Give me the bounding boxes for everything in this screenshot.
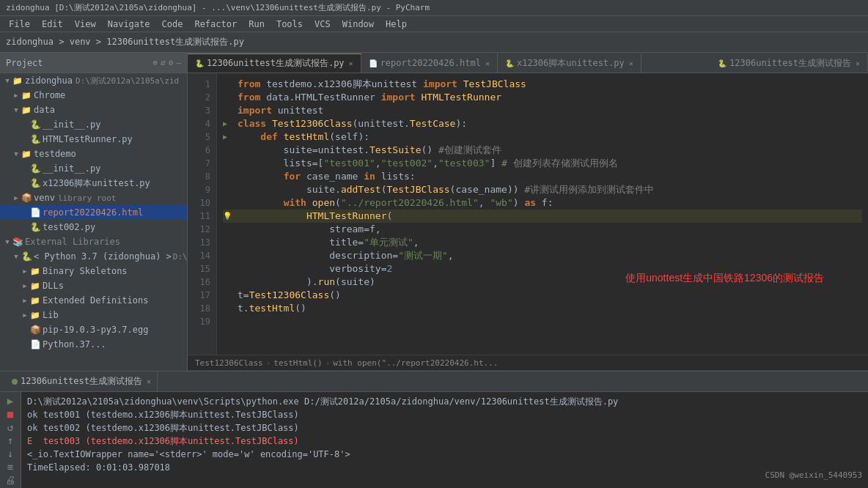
- tree-item-binary[interactable]: ▶ 📁 Binary Skeletons: [0, 264, 187, 278]
- breadcrumb-bar: Test12306Class › testHtml() › with open(…: [188, 355, 868, 371]
- label-extdefs: Extended Definitions: [43, 295, 149, 306]
- run-tab-label: 12306unittest生成测试报告: [21, 375, 142, 388]
- tree-item-data[interactable]: ▼ 📁 data: [0, 103, 187, 117]
- arrow-venv: ▶: [12, 194, 21, 202]
- breadcrumb-sep-1: ›: [266, 358, 271, 368]
- tree-item-python37[interactable]: ▼ 🐍 < Python 3.7 (zidonghua) > D:\: [0, 249, 187, 264]
- run-output-line-1: D:\测试2012a\2105a\zidonghua\venv\Scripts\…: [27, 395, 862, 408]
- label-external: External Libraries: [25, 237, 120, 247]
- tab-report-close[interactable]: ✕: [485, 59, 490, 67]
- arrow-testdemo: ▼: [12, 150, 21, 158]
- run-rerun-btn[interactable]: ↺: [3, 421, 18, 433]
- run-arrow-up-btn[interactable]: ↑: [3, 435, 18, 446]
- tree-item-extdefs[interactable]: ▶ 📁 Extended Definitions: [0, 293, 187, 308]
- tab-right-label: 12306unittest生成测试报告: [729, 57, 851, 70]
- menu-item-view[interactable]: View: [69, 18, 102, 31]
- tab-main-label: 12306unittest生成测试报告.py: [207, 57, 345, 70]
- arrow-chrome: ▶: [12, 92, 21, 99]
- code-content[interactable]: from testdemo.x12306脚本unittest import Te…: [217, 73, 868, 355]
- menu-item-help[interactable]: Help: [380, 18, 413, 31]
- project-tree: ▼ 📁 zidonghua D:\测试2012a\2105a\zid ▶ 📁 C…: [0, 73, 187, 371]
- run-output: D:\测试2012a\2105a\zidonghua\venv\Scripts\…: [21, 392, 868, 488]
- tree-item-dlls[interactable]: ▶ 📁 DLLs: [0, 278, 187, 293]
- run-print-btn[interactable]: 🖨: [3, 474, 18, 486]
- menu-item-refactor[interactable]: Refactor: [188, 18, 243, 31]
- tab-report-label: report20220426.html: [380, 58, 481, 68]
- folder-icon-zidonghua: 📁: [12, 76, 23, 86]
- arrow-zidonghua: ▼: [3, 77, 12, 84]
- tab-x12306-close[interactable]: ✕: [629, 59, 633, 67]
- menu-item-edit[interactable]: Edit: [36, 18, 69, 31]
- label-init-testdemo: __init__.py: [43, 163, 100, 174]
- editor-area: 🐍 12306unittest生成测试报告.py ✕ 📄 report20220…: [188, 53, 868, 371]
- arrow-data: ▼: [12, 106, 21, 114]
- arrow-dlls: ▶: [21, 282, 29, 289]
- settings-icon[interactable]: ⚙: [169, 58, 174, 67]
- menu-item-file[interactable]: File: [3, 18, 36, 31]
- tree-item-report[interactable]: 📄 report20220426.html: [0, 205, 187, 220]
- py-icon-htmltestrunner: 🐍: [29, 134, 41, 144]
- project-breadcrumb: zidonghua > venv > 12306unittest生成测试报告.p…: [6, 36, 244, 48]
- py-tab-icon-x12306: 🐍: [505, 59, 514, 67]
- titlebar: zidonghua > venv > 12306unittest生成测试报告.p…: [0, 32, 868, 53]
- menu-item-vcs[interactable]: VCS: [309, 18, 336, 31]
- py-icon-init-data: 🐍: [29, 119, 41, 130]
- label-testdemo: testdemo: [34, 149, 76, 159]
- folder-icon-data: 📁: [21, 106, 32, 115]
- close-panel-icon[interactable]: —: [176, 58, 181, 67]
- label-zidonghua: zidonghua: [25, 75, 73, 86]
- run-tab-close[interactable]: ✕: [147, 377, 151, 385]
- tree-item-venv[interactable]: ▶ 📦 venv library root: [0, 191, 187, 205]
- menu-item-run[interactable]: Run: [243, 18, 271, 31]
- content-area: Project ⊕ ⇄ ⚙ — ▼ 📁 zidonghua D:\测试2012a…: [0, 53, 868, 371]
- menu-item-code[interactable]: Code: [156, 18, 189, 31]
- arrow-lib: ▶: [21, 311, 29, 319]
- tree-item-test002[interactable]: 🐍 test002.py: [0, 220, 187, 234]
- html-tab-icon: 📄: [369, 59, 378, 67]
- tree-item-testdemo[interactable]: ▼ 📁 testdemo: [0, 147, 187, 161]
- label-data: data: [34, 105, 55, 115]
- py37-icon: 📄: [29, 339, 41, 350]
- run-play-btn[interactable]: ▶: [3, 395, 18, 407]
- label-pip: pip-19.0.3-py3.7.egg: [43, 325, 149, 335]
- tab-x12306[interactable]: 🐍 x12306脚本unittest.py ✕: [498, 53, 641, 73]
- tree-item-init-testdemo[interactable]: 🐍 __init__.py: [0, 161, 187, 176]
- run-arrow-down-btn[interactable]: ↓: [3, 448, 18, 459]
- menu-item-navigate[interactable]: Navigate: [102, 18, 156, 31]
- sync-icon[interactable]: ⇄: [161, 58, 166, 67]
- tree-item-pip[interactable]: 📦 pip-19.0.3-py3.7.egg: [0, 322, 187, 337]
- menu-item-window[interactable]: Window: [336, 18, 380, 31]
- code-line-5: ▶ def testHtml(self):: [223, 130, 862, 144]
- run-controls: ▶ ■ ↺ ↑ ↓ ≡ 🖨 ⋮: [0, 392, 21, 488]
- tree-item-x12306[interactable]: 🐍 x12306脚本unittest.py: [0, 176, 187, 191]
- label-report: report20220426.html: [43, 207, 143, 218]
- tree-item-chrome[interactable]: ▶ 📁 Chrome: [0, 88, 187, 103]
- tab-main-file[interactable]: 🐍 12306unittest生成测试报告.py ✕: [188, 53, 361, 73]
- label-venv-suffix: library root: [58, 193, 116, 203]
- menu-item-tools[interactable]: Tools: [271, 18, 309, 31]
- label-lib: Lib: [43, 310, 59, 320]
- tab-right-close[interactable]: ✕: [856, 59, 860, 67]
- tab-rightpanel[interactable]: 🐍 12306unittest生成测试报告 ✕: [710, 53, 868, 73]
- run-sort-btn[interactable]: ≡: [3, 461, 18, 473]
- code-line-3: import unittest: [223, 104, 862, 117]
- tree-item-lib[interactable]: ▶ 📁 Lib: [0, 308, 187, 322]
- tree-item-htmltestrunner[interactable]: 🐍 HTMLTestRunner.py: [0, 132, 187, 147]
- egg-icon: 📦: [29, 325, 41, 335]
- tree-item-init-data[interactable]: 🐍 __init__.py: [0, 117, 187, 132]
- menubar: FileEditViewNavigateCodeRefactorRunTools…: [0, 16, 868, 32]
- breadcrumb-part-1: Test12306Class: [195, 358, 263, 368]
- label-python37: < Python 3.7 (zidonghua) >: [34, 251, 172, 262]
- run-tab-main[interactable]: 12306unittest生成测试报告 ✕: [6, 372, 158, 391]
- label-x12306: x12306脚本unittest.py: [43, 177, 150, 190]
- run-panel: 12306unittest生成测试报告 ✕ ▶ ■ ↺ ↑ ↓ ≡ 🖨 ⋮ D:…: [0, 371, 868, 488]
- add-icon[interactable]: ⊕: [153, 58, 158, 67]
- tree-item-py37file[interactable]: 📄 Python.37...: [0, 337, 187, 352]
- tree-item-external[interactable]: ▼ 📚 External Libraries: [0, 234, 187, 249]
- watermark: CSDN @weixin_5440953: [765, 469, 862, 482]
- tree-item-zidonghua[interactable]: ▼ 📁 zidonghua D:\测试2012a\2105a\zid: [0, 73, 187, 88]
- tab-main-close[interactable]: ✕: [349, 59, 353, 67]
- py-icon-init-testdemo: 🐍: [29, 163, 41, 174]
- run-stop-btn[interactable]: ■: [3, 408, 18, 420]
- tab-report[interactable]: 📄 report20220426.html ✕: [361, 53, 498, 73]
